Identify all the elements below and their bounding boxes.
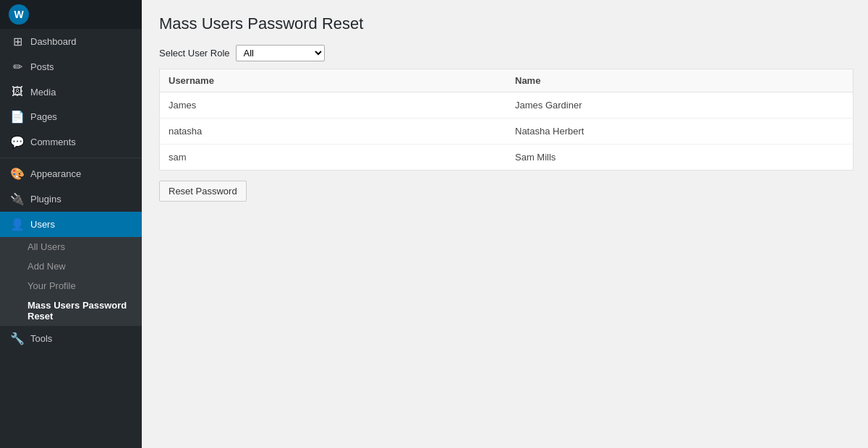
posts-icon: ✏ [10, 60, 25, 74]
reset-password-button[interactable]: Reset Password [159, 181, 247, 202]
cell-name: Sam Mills [506, 145, 854, 171]
sidebar-logo: W [0, 0, 142, 29]
sidebar-item-pages[interactable]: 📄 Pages [0, 104, 142, 129]
filter-row: Select User Role All Administrator Edito… [159, 45, 854, 61]
submenu-add-new[interactable]: Add New [0, 257, 142, 276]
appearance-icon: 🎨 [10, 167, 25, 181]
page-title: Mass Users Password Reset [159, 14, 854, 33]
col-header-username: Username [160, 69, 507, 92]
table-header-row: Username Name [160, 69, 854, 92]
sidebar-item-appearance[interactable]: 🎨 Appearance [0, 161, 142, 186]
sidebar-arrow [140, 215, 142, 235]
submenu-mass-password-reset[interactable]: Mass Users Password Reset [0, 296, 142, 326]
sidebar-item-media[interactable]: 🖼 Media [0, 79, 142, 104]
main-content: Mass Users Password Reset Select User Ro… [142, 0, 868, 448]
wp-logo-icon: W [9, 4, 29, 25]
cell-name: Natasha Herbert [506, 119, 854, 145]
col-header-name: Name [506, 69, 854, 92]
cell-username: James [160, 92, 507, 119]
sidebar: W ⊞ Dashboard ✏ Posts 🖼 Media 📄 Pages 💬 … [0, 0, 142, 448]
sidebar-item-posts[interactable]: ✏ Posts [0, 54, 142, 79]
sidebar-item-tools[interactable]: 🔧 Tools [0, 326, 142, 351]
sidebar-item-comments[interactable]: 💬 Comments [0, 129, 142, 155]
submenu-all-users[interactable]: All Users [0, 237, 142, 257]
sidebar-item-label: Pages [30, 111, 57, 122]
sidebar-item-label: Appearance [30, 168, 81, 179]
sidebar-item-label: Posts [30, 61, 54, 72]
users-submenu: All Users Add New Your Profile Mass User… [0, 237, 142, 326]
sidebar-item-plugins[interactable]: 🔌 Plugins [0, 186, 142, 212]
table-row: natasha Natasha Herbert [160, 119, 854, 145]
sidebar-item-label: Users [30, 219, 55, 230]
user-role-select[interactable]: All Administrator Editor Author Contribu… [236, 45, 325, 61]
cell-name: James Gardiner [506, 92, 854, 119]
cell-username: sam [160, 145, 507, 171]
filter-label: Select User Role [159, 48, 230, 59]
table-row: James James Gardiner [160, 92, 854, 119]
separator [0, 158, 142, 158]
media-icon: 🖼 [10, 85, 25, 98]
pages-icon: 📄 [10, 110, 25, 124]
sidebar-item-users[interactable]: 👤 Users [0, 212, 142, 237]
plugins-icon: 🔌 [10, 192, 25, 206]
sidebar-item-label: Plugins [30, 194, 61, 204]
sidebar-item-label: Tools [30, 333, 52, 344]
sidebar-item-label: Dashboard [30, 36, 77, 47]
sidebar-item-label: Media [30, 87, 56, 98]
sidebar-item-dashboard[interactable]: ⊞ Dashboard [0, 29, 142, 54]
dashboard-icon: ⊞ [10, 35, 25, 48]
tools-icon: 🔧 [10, 332, 25, 345]
sidebar-item-label: Comments [30, 137, 76, 147]
users-tbody: James James Gardiner natasha Natasha Her… [160, 92, 854, 171]
comments-icon: 💬 [10, 135, 25, 149]
cell-username: natasha [160, 119, 507, 145]
submenu-your-profile[interactable]: Your Profile [0, 276, 142, 296]
users-icon: 👤 [10, 217, 25, 231]
users-table: Username Name James James Gardiner natas… [159, 69, 854, 171]
table-row: sam Sam Mills [160, 145, 854, 171]
